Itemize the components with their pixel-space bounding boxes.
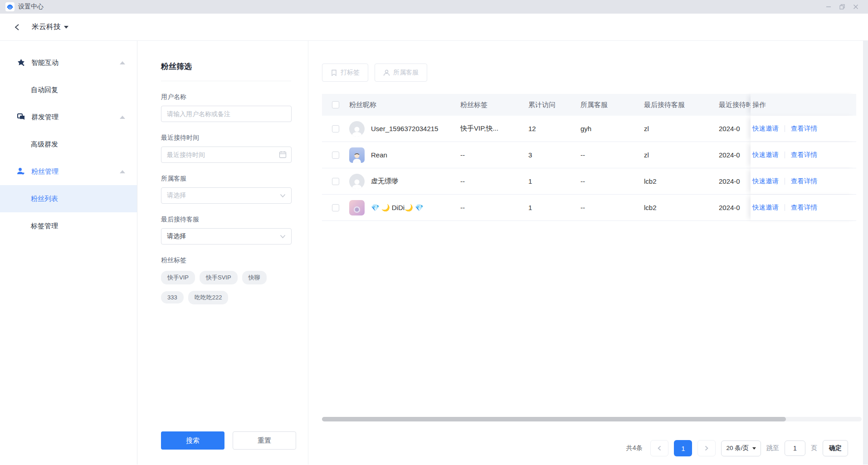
fan-nickname: Rean xyxy=(371,151,387,159)
tag-batch-button[interactable]: 打标签 xyxy=(322,64,368,82)
username-input[interactable] xyxy=(161,106,292,122)
collapse-arrow-icon[interactable] xyxy=(120,116,125,119)
select-placeholder: 请选择 xyxy=(167,191,280,200)
view-detail-link[interactable]: 查看详情 xyxy=(791,151,817,159)
fan-tags: -- xyxy=(460,204,528,211)
vertical-scrollbar-gutter[interactable] xyxy=(863,41,868,465)
select-all-checkbox[interactable] xyxy=(332,101,339,108)
avatar xyxy=(349,174,365,189)
sidebar-item-label: 高级群发 xyxy=(31,140,58,149)
jump-label: 跳至 xyxy=(766,444,779,452)
fan-nickname: 虚无缥缈 xyxy=(371,177,398,186)
scrollbar-thumb[interactable] xyxy=(322,417,786,421)
sidebar-group-fan-management[interactable]: 粉丝管理 xyxy=(0,158,137,185)
field-label-fan-tags: 粉丝标签 xyxy=(161,256,291,264)
sidebar-group-label: 群发管理 xyxy=(31,113,59,122)
minimize-icon[interactable] xyxy=(822,0,835,14)
row-checkbox[interactable] xyxy=(332,152,339,159)
tag-pill[interactable]: 吃吃吃222 xyxy=(188,291,229,304)
restore-icon[interactable] xyxy=(835,0,849,14)
close-icon[interactable] xyxy=(849,0,863,14)
sidebar-item-label: 标签管理 xyxy=(31,222,58,230)
sidebar-item-fan-list[interactable]: 粉丝列表 xyxy=(0,185,137,212)
sidebar-item-advanced-broadcast[interactable]: 高级群发 xyxy=(0,131,137,158)
avatar xyxy=(349,147,365,163)
view-detail-link[interactable]: 查看详情 xyxy=(791,177,817,186)
fan-owner: -- xyxy=(580,204,644,211)
quick-invite-link[interactable]: 快速邀请 xyxy=(752,177,779,186)
table-header-row: 粉丝昵称 粉丝标签 累计访问 所属客服 最后接待客服 最近接待时间 操作 xyxy=(322,94,856,116)
tag-pill[interactable]: 快手SVIP xyxy=(200,271,238,284)
table-row: 虚无缥缈 -- 1 -- lcb2 2024-0 快速邀请 查看详情 xyxy=(322,168,856,195)
assign-agent-button[interactable]: 所属客服 xyxy=(375,64,427,82)
collapse-arrow-icon[interactable] xyxy=(120,61,125,64)
chevron-down-icon xyxy=(64,26,68,29)
quick-invite-link[interactable]: 快速邀请 xyxy=(752,203,779,212)
fan-list-main: 打标签 所属客服 粉丝昵称 粉丝标签 累计访问 所属客服 最后接待客服 最近接待… xyxy=(308,41,868,465)
window-title: 设置中心 xyxy=(18,3,44,11)
fan-nickname: User_1596372034215 xyxy=(371,125,438,132)
filter-title: 粉丝筛选 xyxy=(161,61,291,81)
tag-pill[interactable]: 333 xyxy=(161,291,184,303)
recent-time-input[interactable] xyxy=(161,147,292,163)
avatar xyxy=(349,200,365,215)
app-logo-icon xyxy=(5,2,15,11)
sidebar-group-smart-interaction[interactable]: 智能互动 xyxy=(0,49,137,76)
select-placeholder: 请选择 xyxy=(167,232,280,240)
fan-last-time: 2024-0 xyxy=(719,204,751,211)
fan-table: 粉丝昵称 粉丝标签 累计访问 所属客服 最后接待客服 最近接待时间 操作 Use… xyxy=(322,94,856,221)
jump-page-input[interactable] xyxy=(785,441,805,456)
table-row: 💎 🌙 DiDi🌙 💎 -- 1 -- lcb2 2024-0 快速邀请 查看详… xyxy=(322,195,856,221)
fan-nickname: 💎 🌙 DiDi🌙 💎 xyxy=(371,204,424,212)
tag-pill[interactable]: 快手VIP xyxy=(161,271,195,284)
view-detail-link[interactable]: 查看详情 xyxy=(791,203,817,212)
fan-last-time: 2024-0 xyxy=(719,151,751,159)
quick-invite-link[interactable]: 快速邀请 xyxy=(752,124,779,133)
field-label-username: 用户名称 xyxy=(161,93,291,101)
sidebar-item-label: 粉丝列表 xyxy=(31,195,58,203)
search-button[interactable]: 搜索 xyxy=(161,431,224,450)
col-owner: 所属客服 xyxy=(580,101,644,109)
horizontal-scrollbar[interactable] xyxy=(322,417,862,421)
company-switcher[interactable]: 米云科技 xyxy=(32,22,68,32)
fan-last-agent: zl xyxy=(644,125,719,132)
back-button[interactable] xyxy=(13,23,22,32)
current-page-button[interactable]: 1 xyxy=(674,440,692,456)
reset-button[interactable]: 重置 xyxy=(233,431,296,450)
fan-last-agent: zl xyxy=(644,151,719,159)
fan-visits: 1 xyxy=(528,204,580,211)
owner-agent-select[interactable]: 请选择 xyxy=(161,187,292,204)
company-name: 米云科技 xyxy=(32,22,61,32)
prev-page-button[interactable] xyxy=(650,440,668,456)
total-count: 共4条 xyxy=(626,444,643,452)
action-divider xyxy=(785,152,785,158)
sidebar-item-auto-reply[interactable]: 自动回复 xyxy=(0,76,137,103)
sidebar-item-tag-management[interactable]: 标签管理 xyxy=(0,212,137,240)
sidebar-group-broadcast[interactable]: 群发管理 xyxy=(0,103,137,131)
row-checkbox[interactable] xyxy=(332,178,339,185)
page-size-select[interactable]: 20 条/页 xyxy=(721,441,761,456)
view-detail-link[interactable]: 查看详情 xyxy=(791,124,817,133)
sidebar-item-label: 自动回复 xyxy=(31,86,58,94)
tag-batch-label: 打标签 xyxy=(341,69,360,77)
next-page-button[interactable] xyxy=(697,440,716,456)
fan-owner: -- xyxy=(580,177,644,185)
tag-pill[interactable]: 快聊 xyxy=(242,271,267,284)
fan-tags: 快手VIP,快... xyxy=(460,124,528,133)
col-last-agent: 最后接待客服 xyxy=(644,101,719,109)
avatar xyxy=(349,121,365,137)
fan-last-agent: lcb2 xyxy=(644,177,719,185)
row-checkbox[interactable] xyxy=(332,125,339,132)
fan-tags: -- xyxy=(460,177,528,185)
pagination: 共4条 1 20 条/页 跳至 页 确定 xyxy=(626,440,848,456)
sidebar-group-label: 粉丝管理 xyxy=(31,167,59,176)
fan-visits: 3 xyxy=(528,151,580,159)
fan-last-time: 2024-0 xyxy=(719,177,751,185)
action-divider xyxy=(785,204,785,211)
quick-invite-link[interactable]: 快速邀请 xyxy=(752,151,779,159)
row-checkbox[interactable] xyxy=(332,204,339,211)
confirm-button[interactable]: 确定 xyxy=(823,440,848,456)
jump-suffix: 页 xyxy=(811,444,817,452)
last-agent-select[interactable]: 请选择 xyxy=(161,228,292,245)
collapse-arrow-icon[interactable] xyxy=(120,170,125,173)
